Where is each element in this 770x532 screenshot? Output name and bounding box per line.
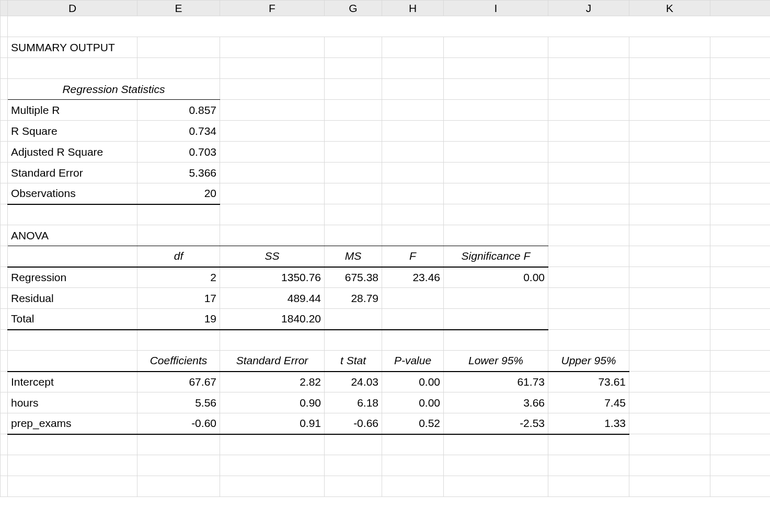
- anova-header-df[interactable]: df: [137, 246, 220, 267]
- coef-header-upper95[interactable]: Upper 95%: [548, 351, 629, 372]
- coef-row-hours-label[interactable]: hours: [8, 392, 137, 413]
- coef-row-hours-coef[interactable]: 5.56: [137, 392, 220, 413]
- coef-row-intercept-hi[interactable]: 73.61: [548, 372, 629, 392]
- anova-row-residual-f[interactable]: [382, 288, 444, 309]
- coef-row-hours-p[interactable]: 0.00: [382, 392, 444, 413]
- column-header-row: D E F G H I J K: [1, 1, 771, 16]
- anova-row-regression-df[interactable]: 2: [137, 267, 220, 288]
- col-header-K[interactable]: K: [629, 1, 710, 16]
- col-header-extra[interactable]: [710, 1, 771, 16]
- anova-row-residual-df[interactable]: 17: [137, 288, 220, 309]
- coef-header-tstat[interactable]: t Stat: [325, 351, 382, 372]
- anova-header-ss[interactable]: SS: [220, 246, 325, 267]
- stat-value-std-error[interactable]: 5.366: [137, 163, 220, 183]
- coef-header-se[interactable]: Standard Error: [220, 351, 325, 372]
- stat-value-r-square[interactable]: 0.734: [137, 121, 220, 142]
- coef-row-intercept-lo[interactable]: 61.73: [444, 372, 548, 392]
- anova-row-total-df[interactable]: 19: [137, 309, 220, 330]
- anova-header-ms[interactable]: MS: [325, 246, 382, 267]
- stub-header: [1, 1, 8, 16]
- coef-row-prep-exams-coef[interactable]: -0.60: [137, 413, 220, 434]
- coef-row-intercept-p[interactable]: 0.00: [382, 372, 444, 392]
- anova-header-f[interactable]: F: [382, 246, 444, 267]
- stat-label-adj-r-square[interactable]: Adjusted R Square: [8, 142, 137, 163]
- anova-row-total-f[interactable]: [382, 309, 444, 330]
- coef-row-prep-exams-p[interactable]: 0.52: [382, 413, 444, 434]
- coef-row-hours-hi[interactable]: 7.45: [548, 392, 629, 413]
- coef-row-intercept-coef[interactable]: 67.67: [137, 372, 220, 392]
- coef-row-hours-t[interactable]: 6.18: [325, 392, 382, 413]
- col-header-J[interactable]: J: [548, 1, 629, 16]
- coef-header-lower95[interactable]: Lower 95%: [444, 351, 548, 372]
- anova-row-total-label[interactable]: Total: [8, 309, 137, 330]
- anova-row-regression-ms[interactable]: 675.38: [325, 267, 382, 288]
- col-header-H[interactable]: H: [382, 1, 444, 16]
- anova-row-regression-label[interactable]: Regression: [8, 267, 137, 288]
- coef-header-pvalue[interactable]: P-value: [382, 351, 444, 372]
- coef-row-intercept-se[interactable]: 2.82: [220, 372, 325, 392]
- anova-row-residual-ss[interactable]: 489.44: [220, 288, 325, 309]
- col-header-D[interactable]: D: [8, 1, 137, 16]
- coef-row-prep-exams-hi[interactable]: 1.33: [548, 413, 629, 434]
- stat-label-observations[interactable]: Observations: [8, 183, 137, 204]
- coef-row-hours-lo[interactable]: 3.66: [444, 392, 548, 413]
- coef-row-prep-exams-lo[interactable]: -2.53: [444, 413, 548, 434]
- stat-label-multiple-r[interactable]: Multiple R: [8, 100, 137, 121]
- anova-header-sigf[interactable]: Significance F: [444, 246, 548, 267]
- coef-row-prep-exams-label[interactable]: prep_exams: [8, 413, 137, 434]
- col-header-F[interactable]: F: [220, 1, 325, 16]
- anova-row-regression-sigf[interactable]: 0.00: [444, 267, 548, 288]
- col-header-G[interactable]: G: [325, 1, 382, 16]
- coef-header-coefficients[interactable]: Coefficients: [137, 351, 220, 372]
- spreadsheet-grid[interactable]: D E F G H I J K SUMMARY OUTPUT Regressio…: [0, 0, 770, 497]
- anova-row-regression-f[interactable]: 23.46: [382, 267, 444, 288]
- col-header-I[interactable]: I: [444, 1, 548, 16]
- anova-row-residual-sigf[interactable]: [444, 288, 548, 309]
- coef-row-hours-se[interactable]: 0.90: [220, 392, 325, 413]
- anova-row-total-ss[interactable]: 1840.20: [220, 309, 325, 330]
- stat-value-adj-r-square[interactable]: 0.703: [137, 142, 220, 163]
- coef-row-prep-exams-se[interactable]: 0.91: [220, 413, 325, 434]
- stat-value-multiple-r[interactable]: 0.857: [137, 100, 220, 121]
- stat-value-observations[interactable]: 20: [137, 183, 220, 204]
- col-header-E[interactable]: E: [137, 1, 220, 16]
- coef-row-intercept-t[interactable]: 24.03: [325, 372, 382, 392]
- coef-row-prep-exams-t[interactable]: -0.66: [325, 413, 382, 434]
- anova-row-total-sigf[interactable]: [444, 309, 548, 330]
- anova-title[interactable]: ANOVA: [8, 225, 137, 246]
- stat-label-r-square[interactable]: R Square: [8, 121, 137, 142]
- anova-row-total-ms[interactable]: [325, 309, 382, 330]
- coef-row-intercept-label[interactable]: Intercept: [8, 372, 137, 392]
- stat-label-std-error[interactable]: Standard Error: [8, 163, 137, 183]
- anova-row-regression-ss[interactable]: 1350.76: [220, 267, 325, 288]
- anova-row-residual-label[interactable]: Residual: [8, 288, 137, 309]
- summary-output-title[interactable]: SUMMARY OUTPUT: [8, 37, 137, 58]
- regression-statistics-header[interactable]: Regression Statistics: [8, 79, 220, 100]
- anova-row-residual-ms[interactable]: 28.79: [325, 288, 382, 309]
